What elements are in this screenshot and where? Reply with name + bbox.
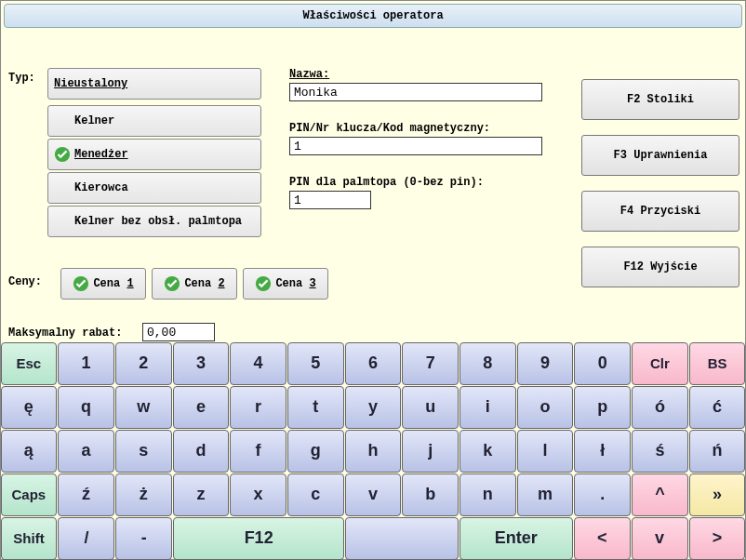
price-2[interactable]: Cena 2 [152, 268, 237, 300]
key-o[interactable]: o [517, 386, 574, 429]
key-dash[interactable]: - [115, 517, 172, 560]
key-t[interactable]: t [287, 386, 344, 429]
input-pin[interactable] [289, 137, 542, 155]
key-c[interactable]: c [287, 473, 344, 516]
key-bs[interactable]: BS [689, 342, 746, 385]
key-r[interactable]: r [230, 386, 286, 429]
key-4[interactable]: 4 [230, 342, 286, 385]
key-raquo[interactable]: » [689, 473, 746, 516]
button-f2-stoliki[interactable]: F2 Stoliki [581, 79, 739, 120]
key-f12[interactable]: F12 [173, 517, 344, 560]
label-ceny: Ceny: [8, 275, 42, 288]
key-l[interactable]: l [517, 430, 574, 473]
key-left[interactable]: < [574, 517, 631, 560]
key-zdot[interactable]: ż [115, 473, 172, 516]
type-kelner[interactable]: Kelner [47, 105, 261, 137]
key-sacute[interactable]: ś [632, 430, 688, 473]
key-oacute[interactable]: ó [632, 386, 688, 429]
key-shift[interactable]: Shift [1, 517, 58, 560]
input-nazwa[interactable] [289, 83, 542, 101]
key-q[interactable]: q [58, 386, 114, 429]
type-nieustalony[interactable]: Nieustalony [47, 68, 261, 100]
key-h[interactable]: h [345, 430, 402, 473]
key-v[interactable]: v [345, 473, 402, 516]
key-f[interactable]: f [230, 430, 286, 473]
type-menedzer[interactable]: Menedżer [47, 139, 261, 170]
key-down[interactable]: v [632, 517, 688, 560]
key-caps[interactable]: Caps [1, 473, 58, 516]
check-icon [164, 275, 180, 292]
key-x[interactable]: x [230, 473, 286, 516]
key-lstroke[interactable]: ł [574, 430, 631, 473]
key-d[interactable]: d [173, 430, 230, 473]
label-typ: Typ: [8, 72, 35, 85]
key-slash[interactable]: / [58, 517, 114, 560]
key-zacute[interactable]: ź [58, 473, 114, 516]
type-kierowca[interactable]: Kierowca [47, 172, 261, 204]
key-nacute[interactable]: ń [689, 430, 746, 473]
key-z[interactable]: z [173, 473, 230, 516]
type-kelner-bez[interactable]: Kelner bez obsł. palmtopa [47, 206, 261, 237]
button-f3-uprawnienia[interactable]: F3 Uprawnienia [581, 135, 739, 176]
key-m[interactable]: m [517, 473, 574, 516]
key-s[interactable]: s [115, 430, 172, 473]
key-w[interactable]: w [115, 386, 172, 429]
key-5[interactable]: 5 [287, 342, 344, 385]
key-8[interactable]: 8 [460, 342, 516, 385]
price-1[interactable]: Cena 1 [60, 268, 146, 300]
key-1[interactable]: 1 [58, 342, 114, 385]
key-9[interactable]: 9 [517, 342, 574, 385]
check-icon [73, 275, 89, 292]
key-y[interactable]: y [345, 386, 402, 429]
key-e[interactable]: e [173, 386, 230, 429]
title-bar: Właściwości operatora [4, 4, 742, 28]
key-6[interactable]: 6 [345, 342, 402, 385]
input-pin-palm[interactable] [289, 191, 371, 209]
price-3[interactable]: Cena 3 [243, 268, 328, 300]
label-max-rabat: Maksymalny rabat: [8, 327, 122, 340]
key-right[interactable]: > [689, 517, 746, 560]
label-pin: PIN/Nr klucza/Kod magnetyczny: [289, 122, 490, 135]
key-p[interactable]: p [574, 386, 631, 429]
key-clr[interactable]: Clr [632, 342, 688, 385]
key-7[interactable]: 7 [402, 342, 459, 385]
key-space[interactable] [345, 517, 459, 560]
input-max-rabat[interactable] [142, 323, 215, 341]
key-aogonek[interactable]: ą [1, 430, 58, 473]
button-f12-wyjscie[interactable]: F12 Wyjście [581, 247, 739, 287]
key-b[interactable]: b [402, 473, 459, 516]
window-title: Właściwości operatora [302, 9, 443, 22]
key-k[interactable]: k [460, 430, 516, 473]
key-i[interactable]: i [460, 386, 516, 429]
key-up[interactable]: ^ [632, 473, 688, 516]
key-cacute[interactable]: ć [689, 386, 746, 429]
check-icon [54, 146, 71, 163]
key-2[interactable]: 2 [115, 342, 172, 385]
key-n[interactable]: n [460, 473, 516, 516]
key-a[interactable]: a [58, 430, 114, 473]
key-eogonek[interactable]: ę [1, 386, 58, 429]
key-esc[interactable]: Esc [1, 342, 58, 385]
check-icon [255, 275, 272, 292]
key-dot[interactable]: . [574, 473, 631, 516]
key-0[interactable]: 0 [574, 342, 631, 385]
key-u[interactable]: u [402, 386, 459, 429]
type-group: Nieustalony Kelner Menedżer Kierowca Kel… [47, 68, 263, 239]
price-row: Cena 1 Cena 2 Cena 3 [60, 268, 328, 300]
key-enter[interactable]: Enter [460, 517, 573, 560]
key-g[interactable]: g [287, 430, 344, 473]
key-3[interactable]: 3 [173, 342, 230, 385]
label-pin-palm: PIN dla palmtopa (0-bez pin): [289, 176, 484, 189]
onscreen-keyboard: Esc 1 2 3 4 5 6 7 8 9 0 Clr BS ę q w e r… [0, 341, 746, 560]
button-f4-przyciski[interactable]: F4 Przyciski [581, 191, 739, 232]
form-area: Typ: Nieustalony Kelner Menedżer Kierowc… [1, 31, 745, 340]
key-j[interactable]: j [402, 430, 459, 473]
label-nazwa: Nazwa: [289, 68, 329, 81]
